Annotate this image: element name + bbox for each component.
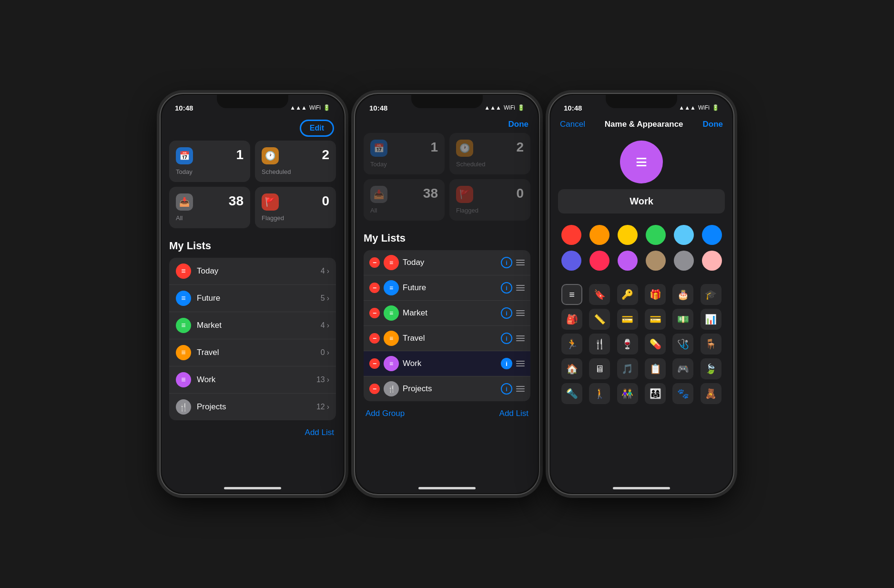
status-icons-2: ▲▲▲ WiFi 🔋 <box>484 104 525 111</box>
smart-tile-all[interactable]: 📥 38 All <box>169 187 250 228</box>
drag-handle-projects[interactable] <box>516 386 525 392</box>
phone-1: 10:48 ▲▲▲ WiFi 🔋 Edit 📅 1 Today <box>160 93 345 495</box>
color-yellow[interactable] <box>618 225 638 245</box>
list-item-future[interactable]: ≡ Future 5 › <box>169 285 336 312</box>
list-count-market: 4 › <box>321 321 329 330</box>
color-blue[interactable] <box>702 225 722 245</box>
name-input-field[interactable]: Work <box>558 189 725 213</box>
edit-button[interactable]: Edit <box>300 120 334 137</box>
phone-3-content: Cancel Name & Appearance Done ≡ Work <box>550 116 732 479</box>
list-item-today[interactable]: ≡ Today 4 › <box>169 258 336 285</box>
edit-list-item-travel[interactable]: − ≡ Travel i <box>364 326 530 351</box>
color-green[interactable] <box>646 225 666 245</box>
color-lightblue[interactable] <box>674 225 694 245</box>
smart-tile-scheduled-2: 🕐 2 Scheduled <box>449 133 530 174</box>
color-brown[interactable] <box>646 251 666 271</box>
icon-card[interactable]: 💳 <box>617 309 638 330</box>
icon-leaf[interactable]: 🍃 <box>701 358 721 379</box>
info-btn-market[interactable]: i <box>501 307 512 319</box>
icon-family[interactable]: 👨‍👩‍👧 <box>645 383 666 404</box>
drag-handle-travel[interactable] <box>516 335 525 341</box>
smart-tile-scheduled[interactable]: 🕐 2 Scheduled <box>255 141 336 182</box>
icon-run[interactable]: 🏃 <box>561 334 582 355</box>
icon-monitor[interactable]: 🖥 <box>589 358 610 379</box>
delete-today-button[interactable]: − <box>369 257 380 268</box>
info-btn-future[interactable]: i <box>501 282 512 294</box>
drag-handle-market[interactable] <box>516 310 525 316</box>
edit-list-item-market[interactable]: − ≡ Market i <box>364 301 530 326</box>
done-button-2[interactable]: Done <box>508 120 529 129</box>
drag-handle-future[interactable] <box>516 285 525 291</box>
icon-game[interactable]: 🎮 <box>672 358 693 379</box>
icon-walk[interactable]: 🚶 <box>589 383 610 404</box>
icon-bookmark[interactable]: 🔖 <box>589 284 610 305</box>
na-done-button[interactable]: Done <box>702 120 723 129</box>
add-group-button[interactable]: Add Group <box>366 409 405 418</box>
icon-pill[interactable]: 💊 <box>645 334 666 355</box>
icon-wine[interactable]: 🍷 <box>617 334 638 355</box>
icon-bear[interactable]: 🧸 <box>701 383 721 404</box>
info-btn-today[interactable]: i <box>501 257 512 268</box>
icon-chart[interactable]: 📊 <box>701 309 721 330</box>
scheduled-smart-icon: 🕐 <box>262 147 279 164</box>
color-red[interactable] <box>561 225 581 245</box>
phone-2-content: Done 📅 1 Today 🕐 2 Scheduled <box>356 116 538 479</box>
info-btn-projects[interactable]: i <box>501 383 512 395</box>
delete-future-button[interactable]: − <box>369 283 380 293</box>
drag-handle-today[interactable] <box>516 260 525 265</box>
color-indigo[interactable] <box>561 251 581 271</box>
color-gray[interactable] <box>674 251 694 271</box>
icon-bag[interactable]: 🎒 <box>561 309 582 330</box>
icon-credit[interactable]: 💳 <box>645 309 666 330</box>
icon-ruler[interactable]: 📏 <box>589 309 610 330</box>
my-lists-title-2: My Lists <box>364 232 530 244</box>
icon-grad[interactable]: 🎓 <box>701 284 721 305</box>
icon-money[interactable]: 💵 <box>672 309 693 330</box>
nav-bar-2: Done <box>364 116 530 133</box>
smart-tile-flagged-header-2: 🚩 0 <box>456 186 524 203</box>
info-btn-work[interactable]: i <box>501 358 512 369</box>
home-bar-2 <box>418 487 476 489</box>
info-btn-travel[interactable]: i <box>501 333 512 344</box>
icon-couple[interactable]: 👫 <box>617 383 638 404</box>
icon-cake[interactable]: 🎂 <box>672 284 693 305</box>
icon-paw[interactable]: 🐾 <box>672 383 693 404</box>
status-time-2: 10:48 <box>369 104 387 112</box>
list-item-projects[interactable]: 🍴 Projects 12 › <box>169 394 336 420</box>
icon-gift[interactable]: 🎁 <box>645 284 666 305</box>
icon-torch[interactable]: 🔦 <box>561 383 582 404</box>
edit-list-item-future[interactable]: − ≡ Future i <box>364 275 530 301</box>
color-lightpink[interactable] <box>702 251 722 271</box>
icon-steth[interactable]: 🩺 <box>672 334 693 355</box>
drag-handle-work[interactable] <box>516 361 525 366</box>
delete-projects-button[interactable]: − <box>369 384 380 394</box>
delete-market-button[interactable]: − <box>369 308 380 318</box>
add-list-button-2[interactable]: Add List <box>499 409 528 418</box>
icon-clipboard[interactable]: 📋 <box>645 358 666 379</box>
icon-list[interactable]: ≡ <box>561 284 582 305</box>
flagged-count: 0 <box>322 193 329 209</box>
add-list-button-1[interactable]: Add List <box>305 428 334 437</box>
icon-music[interactable]: 🎵 <box>617 358 638 379</box>
smart-tile-flagged[interactable]: 🚩 0 Flagged <box>255 187 336 228</box>
cancel-button[interactable]: Cancel <box>560 120 585 129</box>
smart-tile-today[interactable]: 📅 1 Today <box>169 141 250 182</box>
icon-fork[interactable]: 🍴 <box>589 334 610 355</box>
status-time-1: 10:48 <box>175 104 193 112</box>
list-item-work[interactable]: ≡ Work 13 › <box>169 366 336 394</box>
color-orange[interactable] <box>589 225 610 245</box>
color-pink[interactable] <box>589 251 610 271</box>
edit-list-item-today[interactable]: − ≡ Today i <box>364 250 530 275</box>
list-item-travel[interactable]: ≡ Travel 0 › <box>169 339 336 366</box>
icon-key[interactable]: 🔑 <box>617 284 638 305</box>
signal-icon: ▲▲▲ <box>290 104 307 111</box>
edit-list-item-work[interactable]: − ≡ Work i <box>364 351 530 376</box>
delete-work-button[interactable]: − <box>369 358 380 369</box>
icon-house[interactable]: 🏠 <box>561 358 582 379</box>
list-item-market[interactable]: ≡ Market 4 › <box>169 312 336 339</box>
delete-travel-button[interactable]: − <box>369 333 380 344</box>
icon-chair[interactable]: 🪑 <box>701 334 721 355</box>
flagged-label: Flagged <box>262 214 329 222</box>
color-purple[interactable] <box>618 251 638 271</box>
edit-list-item-projects[interactable]: − 🍴 Projects i <box>364 376 530 401</box>
